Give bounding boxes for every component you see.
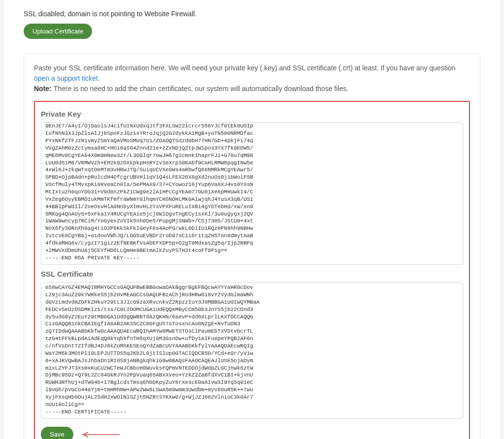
private-key-textarea[interactable]	[41, 122, 463, 265]
upload-certificate-button[interactable]: Upload Certificate	[24, 24, 92, 39]
save-button[interactable]: Save	[41, 427, 73, 439]
instruction-prefix: Paste your SSL certificate information h…	[34, 64, 455, 72]
arrow-indicator-icon	[80, 431, 120, 438]
highlighted-input-area: Private Key SSL Certificate Save	[34, 101, 470, 439]
ssl-status-text: SSL disabled; domain is not pointing to …	[24, 10, 480, 18]
ssl-certificate-label: SSL Certificate	[41, 270, 463, 278]
instruction-suffix: .	[98, 74, 100, 82]
note-label: Note:	[34, 85, 54, 93]
private-key-label: Private Key	[41, 110, 463, 118]
ssl-certificate-textarea[interactable]	[41, 282, 463, 419]
note-text: There is no need to add the chain certif…	[54, 85, 348, 93]
support-ticket-link[interactable]: open a support ticket	[34, 74, 98, 82]
certificate-panel: Paste your SSL certificate information h…	[24, 54, 480, 439]
instruction-text: Paste your SSL certificate information h…	[34, 63, 470, 94]
